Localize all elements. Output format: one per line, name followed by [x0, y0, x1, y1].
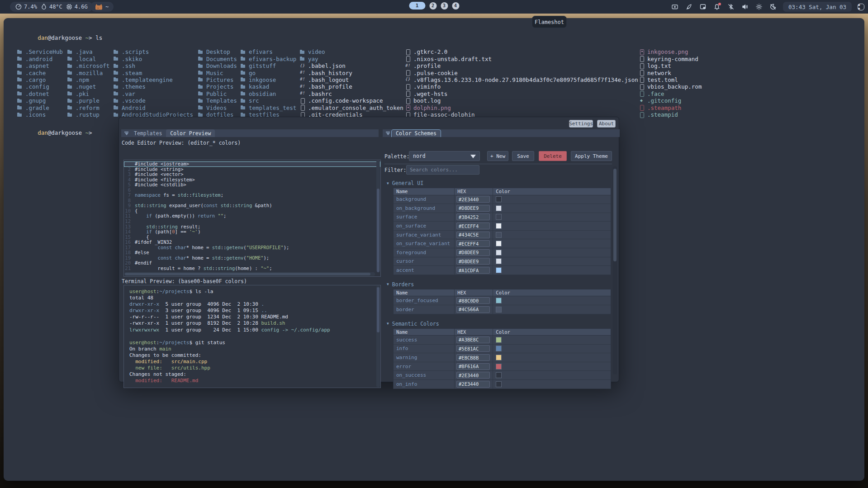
new-palette-button[interactable]: + New — [487, 151, 508, 161]
workspace-3[interactable]: 3 — [441, 2, 448, 9]
ls-entry: Videos — [198, 104, 237, 111]
color-swatch[interactable] — [496, 346, 502, 351]
ls-entry: video — [300, 48, 403, 55]
entry-name: .pulse-cookie — [413, 70, 458, 76]
brightness-icon[interactable] — [755, 3, 763, 11]
workspace-4[interactable]: 4 — [452, 2, 459, 9]
tab-list-dropdown-icon[interactable] — [123, 131, 130, 136]
section-title[interactable]: ▼Borders — [384, 280, 612, 289]
folder-icon — [241, 98, 249, 104]
hex-value-field[interactable]: #ECEFF4 — [456, 240, 490, 247]
save-button[interactable]: Save — [512, 151, 534, 161]
hex-value-field[interactable]: #2E3440 — [456, 196, 490, 203]
color-swatch[interactable] — [496, 196, 502, 202]
color-row: on_surface_variant#ECEFF4 — [394, 239, 611, 248]
screenshot-tool-icon[interactable] — [699, 3, 707, 11]
folder-icon — [17, 91, 25, 96]
hex-value-field[interactable]: #4C566A — [456, 306, 490, 313]
color-swatch[interactable] — [496, 298, 502, 303]
delete-button[interactable]: Delete — [539, 151, 567, 161]
tab-list-dropdown-icon[interactable] — [385, 131, 391, 136]
ls-entry: .java — [67, 48, 109, 55]
entry-name: .microsoft — [76, 62, 109, 69]
hex-value-field[interactable]: #D8DEE9 — [456, 258, 490, 265]
hex-value-field[interactable]: #BF616A — [456, 363, 490, 370]
tab-color-schemes[interactable]: Color Schemes — [391, 129, 441, 137]
tray-area: 03:43 Sat, Jan 03 ● ● — [671, 0, 864, 14]
color-swatch[interactable] — [496, 223, 502, 229]
hex-value-field[interactable]: #ECEFF4 — [456, 223, 490, 229]
entry-name: .viminfo — [413, 83, 441, 90]
active-app-pill[interactable]: >_ ~ — [90, 2, 114, 12]
color-swatch[interactable] — [496, 241, 502, 246]
about-button[interactable]: About — [597, 120, 616, 128]
hex-value-field[interactable]: #3B4252 — [456, 213, 490, 220]
schemes-vscrollbar[interactable] — [613, 166, 617, 374]
terminal-preview[interactable]: user@host:~/projects$ ls -latotal 48drwx… — [123, 285, 381, 388]
hex-value-field[interactable]: #A3BE8C — [456, 336, 490, 343]
entry-name: yay — [308, 56, 318, 62]
code-vscrollbar[interactable] — [376, 161, 380, 271]
color-swatch[interactable] — [496, 214, 502, 220]
code-line: 12 — [124, 219, 380, 224]
tab-templates[interactable]: Templates — [130, 129, 166, 137]
color-swatch[interactable] — [496, 337, 502, 343]
palette-select[interactable]: nord — [409, 151, 480, 161]
night-light-off-icon[interactable] — [769, 3, 777, 11]
clock[interactable]: 03:43 Sat, Jan 03 — [783, 2, 852, 12]
folder-icon — [67, 49, 76, 55]
settings-button[interactable]: Settings — [569, 120, 593, 128]
apply-theme-button[interactable]: Apply Theme — [571, 151, 612, 161]
color-swatch[interactable] — [496, 372, 502, 378]
color-swatch[interactable] — [496, 381, 502, 387]
hex-value-field[interactable]: #EBCB8B — [456, 354, 490, 361]
entry-name: .purple — [76, 97, 100, 104]
color-swatch[interactable] — [496, 267, 502, 273]
folder-icon — [241, 56, 249, 62]
code-editor-preview[interactable]: #include <iostream>2#include <string>3#i… — [123, 160, 381, 277]
tab-color-preview[interactable]: Color Preview — [166, 129, 215, 137]
hex-value-field[interactable]: #A1CDFA — [456, 267, 490, 274]
hex-value-field[interactable]: #D8DEE9 — [456, 205, 490, 212]
color-swatch[interactable] — [496, 307, 502, 313]
owl-tray-icon[interactable]: ● ● — [858, 4, 864, 10]
color-swatch[interactable] — [496, 232, 502, 238]
entry-name: .icons — [25, 111, 46, 118]
volume-icon[interactable] — [741, 3, 749, 11]
ls-entry: .mozilla — [67, 69, 109, 76]
hex-value-field[interactable]: #434C5E — [456, 232, 490, 238]
workspace-2[interactable]: 2 — [429, 2, 436, 9]
ls-entry: Music — [198, 69, 237, 76]
ls-entry: .npm — [67, 76, 109, 83]
workspace-1[interactable]: 1 — [409, 2, 425, 9]
entry-name: go — [249, 70, 256, 76]
folder-icon — [17, 98, 25, 104]
hex-value-field[interactable]: #5E81AC — [456, 345, 490, 352]
screencast-icon[interactable] — [671, 3, 679, 11]
hex-value-field[interactable]: #D8DEE9 — [456, 249, 490, 256]
color-swatch[interactable] — [496, 205, 502, 211]
notifications-bell-icon[interactable] — [713, 3, 721, 11]
terminal-vscrollbar[interactable] — [376, 286, 380, 387]
bluetooth-off-icon[interactable] — [727, 3, 735, 11]
color-swatch[interactable] — [496, 364, 502, 370]
ls-entry: .gradle — [17, 104, 63, 111]
color-name: on_surface — [394, 222, 455, 230]
flameshot-feather-icon[interactable] — [685, 3, 693, 11]
filter-input[interactable] — [406, 165, 479, 175]
color-swatch[interactable] — [496, 258, 502, 264]
hex-value-field[interactable]: #2E3440 — [456, 381, 490, 388]
section-title[interactable]: ▼Semantic Colors — [384, 320, 612, 328]
color-swatch[interactable] — [496, 250, 502, 256]
hex-value-field[interactable]: #2E3440 — [456, 372, 490, 379]
entry-name: .config — [25, 83, 49, 90]
folder-icon — [241, 105, 249, 110]
file-icon — [300, 84, 308, 90]
ls-entry: Downloads — [198, 62, 237, 69]
color-swatch[interactable] — [496, 355, 502, 360]
hex-value-field[interactable]: #88C0D0 — [456, 297, 490, 304]
code-hscrollbar[interactable] — [124, 272, 375, 276]
entry-name: .mozilla — [76, 70, 103, 76]
section-title[interactable]: ▼General UI — [384, 179, 612, 187]
color-row: cursor#D8DEE9 — [394, 257, 611, 266]
